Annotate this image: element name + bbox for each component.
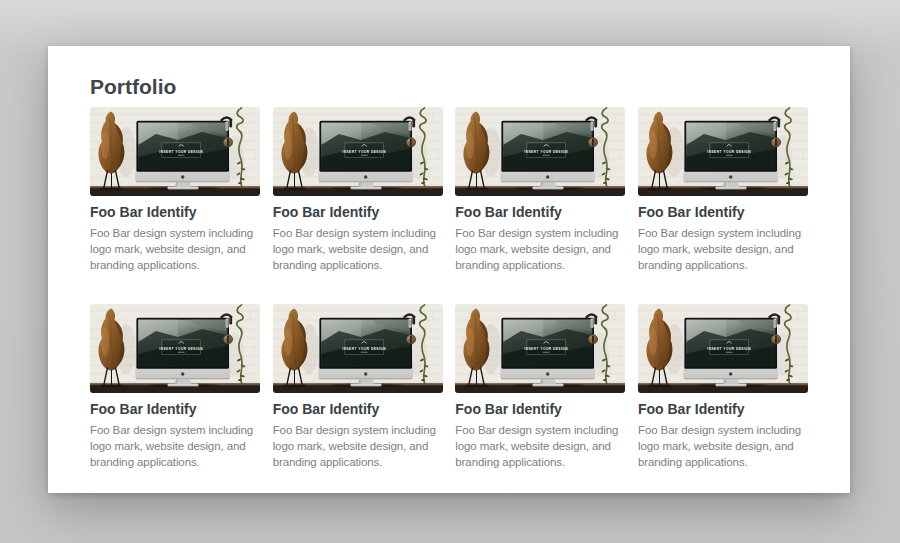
portfolio-thumbnail[interactable] bbox=[455, 304, 625, 393]
card-title: Foo Bar Identify bbox=[273, 401, 443, 418]
card-description: Foo Bar design system including logo mar… bbox=[273, 225, 443, 273]
card-title: Foo Bar Identify bbox=[455, 204, 625, 221]
portfolio-card[interactable]: Foo Bar Identify Foo Bar design system i… bbox=[90, 304, 260, 470]
imac-mockup-image bbox=[638, 304, 808, 393]
card-description: Foo Bar design system including logo mar… bbox=[455, 225, 625, 273]
portfolio-thumbnail[interactable] bbox=[90, 304, 260, 393]
card-description: Foo Bar design system including logo mar… bbox=[638, 225, 808, 273]
portfolio-card[interactable]: Foo Bar Identify Foo Bar design system i… bbox=[638, 107, 808, 273]
portfolio-thumbnail[interactable] bbox=[638, 107, 808, 196]
imac-mockup-image bbox=[90, 107, 260, 196]
card-title: Foo Bar Identify bbox=[90, 401, 260, 418]
card-description: Foo Bar design system including logo mar… bbox=[455, 422, 625, 470]
portfolio-grid: Foo Bar Identify Foo Bar design system i… bbox=[90, 107, 808, 470]
portfolio-thumbnail[interactable] bbox=[273, 304, 443, 393]
portfolio-card[interactable]: Foo Bar Identify Foo Bar design system i… bbox=[455, 304, 625, 470]
card-title: Foo Bar Identify bbox=[90, 204, 260, 221]
portfolio-card[interactable]: Foo Bar Identify Foo Bar design system i… bbox=[273, 304, 443, 470]
imac-mockup-image bbox=[273, 304, 443, 393]
card-description: Foo Bar design system including logo mar… bbox=[273, 422, 443, 470]
imac-mockup-image bbox=[90, 304, 260, 393]
portfolio-thumbnail[interactable] bbox=[273, 107, 443, 196]
page-title: Portfolio bbox=[90, 74, 808, 99]
portfolio-card[interactable]: Foo Bar Identify Foo Bar design system i… bbox=[638, 304, 808, 470]
portfolio-card[interactable]: Foo Bar Identify Foo Bar design system i… bbox=[273, 107, 443, 273]
card-description: Foo Bar design system including logo mar… bbox=[638, 422, 808, 470]
card-title: Foo Bar Identify bbox=[273, 204, 443, 221]
card-title: Foo Bar Identify bbox=[455, 401, 625, 418]
portfolio-thumbnail[interactable] bbox=[90, 107, 260, 196]
card-description: Foo Bar design system including logo mar… bbox=[90, 225, 260, 273]
portfolio-thumbnail[interactable] bbox=[638, 304, 808, 393]
imac-mockup-image bbox=[455, 304, 625, 393]
portfolio-thumbnail[interactable] bbox=[455, 107, 625, 196]
imac-mockup-image bbox=[455, 107, 625, 196]
card-title: Foo Bar Identify bbox=[638, 204, 808, 221]
imac-mockup-image bbox=[638, 107, 808, 196]
card-title: Foo Bar Identify bbox=[638, 401, 808, 418]
imac-mockup-image bbox=[273, 107, 443, 196]
portfolio-card[interactable]: Foo Bar Identify Foo Bar design system i… bbox=[455, 107, 625, 273]
content-panel: Portfolio Foo Bar Identify Foo Bar desig… bbox=[48, 46, 850, 493]
card-description: Foo Bar design system including logo mar… bbox=[90, 422, 260, 470]
portfolio-card[interactable]: Foo Bar Identify Foo Bar design system i… bbox=[90, 107, 260, 273]
